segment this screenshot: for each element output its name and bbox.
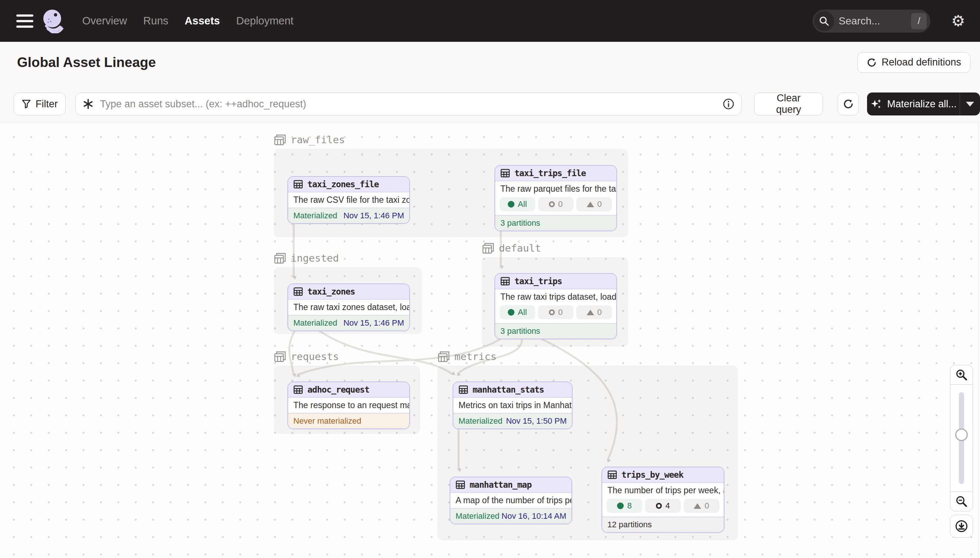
magnifier-plus-icon [955,369,968,381]
asset-description: Metrics on taxi trips in Manhattan [453,398,572,413]
global-search[interactable]: / [813,10,931,33]
materialize-dropdown-button[interactable] [960,92,980,115]
asset-status-footer: MaterializedNov 15, 1:46 PM [288,315,409,330]
asset-status-footer: Never materialized [288,413,409,428]
asset-description: A map of the number of trips per taxi z.… [450,493,572,508]
search-input[interactable] [834,15,911,27]
menu-icon[interactable] [16,15,33,28]
table-icon [456,480,465,489]
magnifier-minus-icon [955,495,968,508]
nav-link-runs[interactable]: Runs [143,15,168,27]
filter-button[interactable]: Filter [14,92,66,115]
page-header: Global Asset Lineage Reload definitions [0,42,980,83]
reload-icon [867,57,877,68]
ring-icon [656,503,662,509]
triangle-icon [694,503,701,509]
asset-group-icon [274,252,286,264]
asset-description: The raw taxi trips dataset, loaded into … [495,289,616,305]
partition-health-badges: All 0 0 [495,197,616,215]
asset-group-icon [274,350,286,363]
triangle-icon [587,310,594,315]
search-icon [814,11,834,31]
group-label-default[interactable]: default [482,241,541,254]
nav-links: Overview Runs Assets Deployment [82,15,293,27]
clear-query-button[interactable]: Clear query [754,92,823,115]
dagster-logo-icon[interactable] [41,9,64,33]
asset-node-trips-by-week[interactable]: trips_by_week The number of trips per we… [601,467,725,533]
partitions-missing-badge[interactable]: 4 [645,499,681,513]
circled-down-arrow-icon [954,519,968,533]
table-icon [293,385,303,394]
partitions-failed-badge[interactable]: 0 [576,305,612,319]
partitions-success-badge[interactable]: All [500,305,535,319]
asset-status-footer: 12 partitions [602,517,724,532]
triangle-icon [587,202,594,207]
table-icon [293,287,303,296]
asset-node-adhoc-request[interactable]: adhoc_request The response to an request… [287,381,410,429]
nav-link-deployment[interactable]: Deployment [236,15,294,27]
ring-icon [549,309,555,315]
asset-node-taxi-trips[interactable]: taxi_trips The raw taxi trips dataset, l… [494,273,617,339]
asset-node-manhattan-map[interactable]: manhattan_map A map of the number of tri… [450,477,572,524]
zoom-slider[interactable] [950,384,973,492]
partition-health-badges: All 0 0 [495,305,616,323]
asset-node-taxi-trips-file[interactable]: taxi_trips_file The raw parquet files fo… [494,165,617,231]
funnel-icon [21,99,31,109]
asset-description: The raw parquet files for the taxi trips… [495,181,616,197]
asset-description: The response to an request made in th... [288,398,409,413]
materialize-all-button[interactable]: Materialize all... [867,92,960,115]
materialize-all-split-button: Materialize all... [867,92,980,115]
global-asset-lineage-page: Overview Runs Assets Deployment / ⚙ Glob… [0,0,980,558]
asset-description: The raw CSV file for the taxi zones dat.… [288,192,409,208]
asset-status-footer: 3 partitions [495,323,616,338]
op-selector-icon [82,98,94,110]
asset-query-input[interactable] [99,98,723,110]
asset-description: The raw taxi zones dataset, loaded int..… [288,300,409,315]
asset-description: The number of trips per week, aggreg... [602,483,724,498]
partitions-failed-badge[interactable]: 0 [684,499,719,513]
asset-group-icon [437,350,450,363]
asset-node-manhattan-stats[interactable]: manhattan_stats Metrics on taxi trips in… [453,381,573,429]
partitions-missing-badge[interactable]: 0 [538,197,574,211]
group-label-ingested[interactable]: ingested [274,252,339,264]
caret-down-icon [966,102,974,107]
refresh-button[interactable] [838,92,859,115]
info-icon[interactable] [723,98,735,110]
table-icon [293,179,303,189]
asset-status-footer: MaterializedNov 15, 1:50 PM [453,413,572,428]
lineage-canvas[interactable]: raw_files ingested default requests metr… [0,123,980,558]
download-image-button[interactable] [950,515,973,538]
table-icon [501,276,510,286]
reload-definitions-button[interactable]: Reload definitions [857,52,970,73]
group-label-raw-files[interactable]: raw_files [274,133,345,146]
asset-status-footer: MaterializedNov 15, 1:46 PM [288,208,409,223]
partitions-failed-badge[interactable]: 0 [576,197,612,211]
partitions-success-badge[interactable]: 8 [607,499,642,513]
gear-icon[interactable]: ⚙ [951,13,965,29]
lineage-toolbar: Filter Clear query [0,83,980,123]
search-shortcut-chip: / [911,13,927,29]
table-icon [608,470,617,479]
table-icon [501,168,510,178]
group-label-requests[interactable]: requests [274,350,339,363]
group-label-metrics[interactable]: metrics [437,350,497,363]
asset-query-field[interactable] [75,92,741,115]
zoom-out-button[interactable] [950,491,973,511]
nav-link-overview[interactable]: Overview [82,15,127,27]
sparkles-icon [870,98,883,110]
asset-group-icon [274,133,286,146]
ring-icon [549,201,555,207]
top-nav: Overview Runs Assets Deployment / ⚙ [0,0,980,42]
asset-status-footer: MaterializedNov 16, 10:14 AM [450,508,572,524]
nav-link-assets[interactable]: Assets [185,15,220,27]
asset-node-taxi-zones[interactable]: taxi_zones The raw taxi zones dataset, l… [287,284,410,331]
asset-status-footer: 3 partitions [495,215,616,231]
partitions-success-badge[interactable]: All [500,197,535,211]
zoom-slider-thumb[interactable] [955,428,968,441]
partition-health-badges: 8 4 0 [602,498,724,517]
zoom-in-button[interactable] [950,365,973,385]
asset-node-taxi-zones-file[interactable]: taxi_zones_file The raw CSV file for the… [287,176,410,224]
filled-dot-icon [617,502,624,509]
filled-dot-icon [508,201,514,208]
partitions-missing-badge[interactable]: 0 [538,305,574,319]
